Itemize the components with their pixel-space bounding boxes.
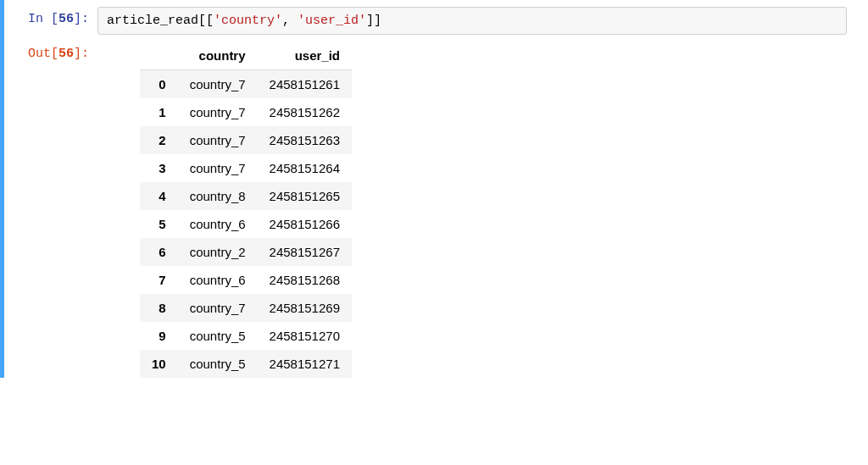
cell-userid: 2458151266 xyxy=(258,210,352,238)
row-index: 10 xyxy=(140,350,178,378)
col-header-country: country xyxy=(178,42,258,70)
code-separator: , xyxy=(282,14,298,28)
row-index: 3 xyxy=(140,154,178,182)
cell-userid: 2458151261 xyxy=(258,70,352,99)
table-row: 2country_72458151263 xyxy=(140,126,352,154)
cell-country: country_8 xyxy=(178,182,258,210)
row-index: 5 xyxy=(140,210,178,238)
cell-userid: 2458151267 xyxy=(258,238,352,266)
code-bracket-close: ]] xyxy=(366,14,381,28)
output-area: country user_id 0country_724581512611cou… xyxy=(97,42,868,378)
cell-country: country_7 xyxy=(178,70,258,99)
cell-country: country_7 xyxy=(178,98,258,126)
table-row: 10country_52458151271 xyxy=(140,350,352,378)
cell-userid: 2458151269 xyxy=(258,294,352,322)
code-cell[interactable]: article_read[['country', 'user_id']] xyxy=(97,7,847,35)
input-row: In [56]: article_read[['country', 'user_… xyxy=(4,7,868,35)
output-prompt: Out[56]: xyxy=(4,42,97,61)
table-row: 9country_52458151270 xyxy=(140,322,352,350)
cell-country: country_7 xyxy=(178,154,258,182)
cell-country: country_6 xyxy=(178,210,258,238)
row-index: 9 xyxy=(140,322,178,350)
cell-userid: 2458151264 xyxy=(258,154,352,182)
code-string-1: 'country' xyxy=(214,14,282,28)
table-row: 0country_72458151261 xyxy=(140,70,352,99)
row-index: 6 xyxy=(140,238,178,266)
row-index: 4 xyxy=(140,182,178,210)
code-string-2: 'user_id' xyxy=(298,14,366,28)
cell-country: country_5 xyxy=(178,350,258,378)
cell-country: country_5 xyxy=(178,322,258,350)
index-header-blank xyxy=(140,42,178,70)
cell-userid: 2458151262 xyxy=(258,98,352,126)
in-number: 56 xyxy=(58,12,74,26)
cell-userid: 2458151265 xyxy=(258,182,352,210)
out-label: Out[ xyxy=(28,47,58,61)
row-index: 1 xyxy=(140,98,178,126)
cell-userid: 2458151263 xyxy=(258,126,352,154)
table-row: 5country_62458151266 xyxy=(140,210,352,238)
in-label: In [ xyxy=(28,12,58,26)
cell-country: country_2 xyxy=(178,238,258,266)
table-row: 7country_62458151268 xyxy=(140,266,352,294)
table-row: 6country_22458151267 xyxy=(140,238,352,266)
notebook-cell: In [56]: article_read[['country', 'user_… xyxy=(0,0,868,378)
cell-country: country_7 xyxy=(178,126,258,154)
row-index: 8 xyxy=(140,294,178,322)
row-index: 7 xyxy=(140,266,178,294)
code-bracket-open: [[ xyxy=(198,14,214,28)
cell-userid: 2458151270 xyxy=(258,322,352,350)
code-variable: article_read xyxy=(107,14,198,28)
out-number: 56 xyxy=(58,47,74,61)
row-index: 0 xyxy=(140,70,178,99)
cell-country: country_7 xyxy=(178,294,258,322)
output-row: Out[56]: country user_id 0country_724581… xyxy=(4,42,868,378)
table-row: 1country_72458151262 xyxy=(140,98,352,126)
table-row: 8country_72458151269 xyxy=(140,294,352,322)
out-close: ]: xyxy=(74,47,89,61)
header-row: country user_id xyxy=(140,42,352,70)
cell-userid: 2458151271 xyxy=(258,350,352,378)
table-row: 4country_82458151265 xyxy=(140,182,352,210)
col-header-userid: user_id xyxy=(258,42,352,70)
cell-userid: 2458151268 xyxy=(258,266,352,294)
table-row: 3country_72458151264 xyxy=(140,154,352,182)
in-close: ]: xyxy=(74,12,89,26)
cell-country: country_6 xyxy=(178,266,258,294)
dataframe-table: country user_id 0country_724581512611cou… xyxy=(140,42,352,378)
input-prompt: In [56]: xyxy=(4,7,97,26)
row-index: 2 xyxy=(140,126,178,154)
